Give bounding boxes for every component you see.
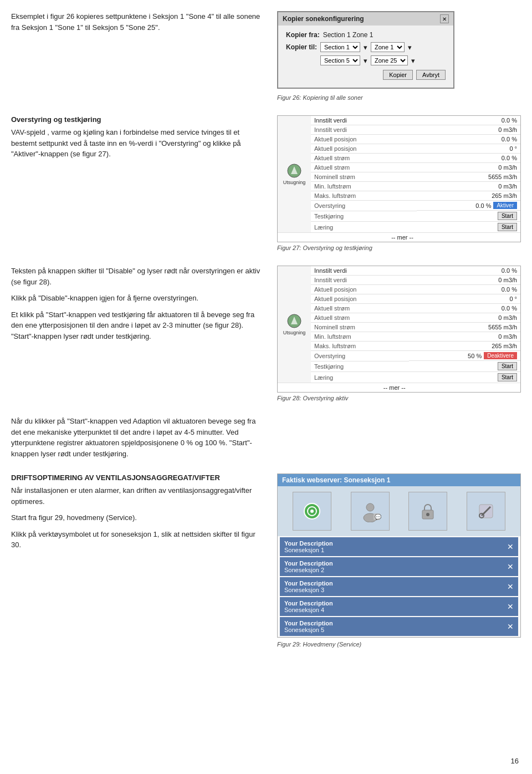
table-row: Læring Start [278,372,520,383]
zone-item-sub-3: Soneseksjon 3 [284,587,333,593]
zone-item-content: Your Description Soneseksjon 4 [284,600,333,613]
row-value: Start [417,222,520,233]
row-label: Maks. luftstrøm [311,342,409,351]
drifts-text2: Start fra figur 29, hovedmeny (Service). [11,512,266,523]
zone-label-num-2: ▾ [411,57,415,65]
row-value: 0 ° [417,144,520,154]
zone-item-content: Your Description Soneseksjon 5 [284,620,333,633]
row-value: Start [417,211,520,222]
dialog-title: Kopier sonekonfigurering [283,15,364,23]
zone-item-title-3: Your Description [284,580,333,587]
table-row: Overstyring 0.0 % Aktiver [278,201,520,211]
table-row: Innstilt verdi 0 m3/h [278,276,520,285]
section-select-2[interactable]: Section 1 Section 2 Section 3 Section 4 … [320,55,360,65]
utsugning-icon-28 [287,313,302,329]
disable-text1: Teksten på knappen skifter til "Disable"… [11,266,266,287]
deaktivere-button[interactable]: Deaktivere [484,352,517,359]
avbryt-button[interactable]: Avbryt [416,70,446,80]
webserver-title: Faktisk webserver: Soneseksjon 1 [278,474,520,486]
disable-text2: Klikk på "Disable"-knappen igjen for å f… [11,293,266,304]
zone-item-content: Your Description Soneseksjon 1 [284,540,333,553]
dialog-close-button[interactable]: ✕ [440,14,449,23]
table-row: Aktuell posisjon 0 ° [278,144,520,154]
side-label-27: Utsugning [278,116,311,233]
aktiver-button[interactable]: Aktiver [493,202,517,209]
zone-close-button-2[interactable]: ✕ [507,562,514,571]
row-label: Aktuell strøm [311,313,409,323]
laering-start-button-28[interactable]: Start [498,373,517,381]
more-link-28[interactable]: -- mer -- [278,383,409,393]
zone-select-1[interactable]: Zone 1 Zone 2 [371,42,405,52]
row-label: Maks. luftstrøm [311,191,417,201]
disable-text3: Et klikk på "Start"-knappen ved testkjør… [11,309,266,342]
zone-item-sub-1: Soneseksjon 1 [284,547,333,553]
zone-item-4[interactable]: Your Description Soneseksjon 4 ✕ [280,597,518,616]
table-row: Overstyring 50 % Deaktivere [278,351,520,361]
zone-close-button-5[interactable]: ✕ [507,622,514,631]
side-label-text-27: Utsugning [283,180,306,185]
fig26-caption: Figur 26: Kopiering til alle soner [277,94,521,101]
zone-item-title-1: Your Description [284,540,333,547]
svg-point-12 [426,513,429,516]
laering-start-button-27[interactable]: Start [498,223,517,231]
drifts-text1: Når installasjonen er uten alarmer, kan … [11,485,266,507]
testkjoring-start-button-28[interactable]: Start [498,362,517,370]
table-row: Aktuell posisjon 0 ° [278,294,520,304]
table-row: Maks. luftstrøm 265 m3/h [278,191,520,201]
row-label: Aktuell strøm [311,154,417,163]
side-label-28: Utsugning [278,266,311,383]
zone-label-1: ▾ [364,43,367,52]
speaker-icon-btn[interactable] [293,492,331,531]
zone-item-5[interactable]: Your Description Soneseksjon 5 ✕ [280,617,518,636]
intro-text: Eksemplet i figur 26 kopieres settpunkte… [11,11,266,33]
person-icon-btn[interactable]: 💬 [351,492,390,531]
section-select-1[interactable]: Section 1 Section 2 Section 3 Section 4 … [320,42,360,52]
row-value: 0 m3/h [409,276,520,285]
zone-item-2[interactable]: Your Description Soneseksjon 2 ✕ [280,557,518,576]
overstyring-value: 0.0 % [475,202,491,209]
overstyring-value-28: 50 % [468,353,482,359]
zone-close-button-4[interactable]: ✕ [507,602,514,611]
row-label: Nominell strøm [311,323,409,332]
zone-item-1[interactable]: Your Description Soneseksjon 1 ✕ [280,537,518,556]
webserver-panel: Faktisk webserver: Soneseksjon 1 [277,473,521,638]
side-label-text-28: Utsugning [283,330,306,335]
row-value: 50 % Deaktivere [409,351,520,361]
zone-item-title-2: Your Description [284,560,333,567]
kopier-dialog: Kopier sonekonfigurering ✕ Kopier fra: S… [277,11,454,89]
wrench-icon-btn[interactable] [467,492,505,531]
wrench-icon [475,500,497,522]
table-row: Nominell strøm 5655 m3/h [278,323,520,332]
zone-select-2[interactable]: Zone 25 Zone 24 [371,55,408,65]
row-label: Overstyring [311,351,409,361]
lock-icon-btn[interactable] [408,492,447,531]
kopier-button[interactable]: Kopier [383,70,413,80]
row-value: 0.0 % [417,116,520,125]
overstyring-heading: Overstyring og testkjøring [11,115,266,124]
overstyring-text: VAV-spjeld , varme og kjøling kan i forb… [11,127,266,160]
row-label: Testkjøring [311,211,417,222]
table-row: Aktuell posisjon 0.0 % [278,135,520,144]
kopier-til-label: Kopier til: [286,43,317,51]
utsugning-icon [287,163,302,179]
row-value: 5655 m3/h [417,172,520,182]
row-value: 0.0 % [409,304,520,313]
kopier-til-row2: Kopier til: Section 1 Section 2 Section … [286,55,446,65]
zone-item-sub-4: Soneseksjon 4 [284,607,333,613]
kopier-fra-label: Kopier fra: [286,31,320,39]
zone-item-content: Your Description Soneseksjon 2 [284,560,333,573]
table-row: Utsugning Innstilt verdi 0.0 % [278,266,520,276]
kopier-til-row1: Kopier til: Section 1 Section 2 Section … [286,42,446,52]
zone-item-3[interactable]: Your Description Soneseksjon 3 ✕ [280,577,518,596]
speaker-icon [301,500,323,522]
table-row: Innstilt verdi 0 m3/h [278,125,520,135]
zone-close-button-3[interactable]: ✕ [507,582,514,591]
more-row: -- mer -- [278,233,520,242]
row-label: Læring [311,372,409,383]
adaption-text: Når du klikker på "Start"-knappen ved Ad… [11,416,266,459]
testkjoring-start-button-27[interactable]: Start [498,212,517,220]
more-link-27[interactable]: -- mer -- [278,233,417,242]
zone-close-button-1[interactable]: ✕ [507,542,514,551]
table-row: Aktuell strøm 0 m3/h [278,163,520,172]
kopier-fra-row: Kopier fra: Section 1 Zone 1 [286,31,446,39]
